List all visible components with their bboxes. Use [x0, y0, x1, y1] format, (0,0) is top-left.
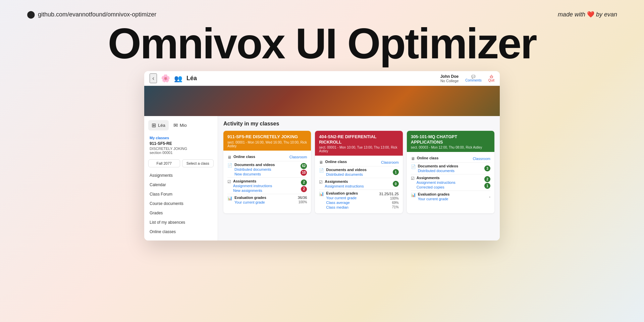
heart-icon: ❤️ [587, 11, 596, 18]
card1-new-docs-link[interactable]: New documents [234, 172, 275, 176]
card3-grade-value: - [489, 195, 490, 199]
card2-classroom-link[interactable]: Classroom [381, 160, 399, 164]
activity-area: Activity in my classes 911-SF5-RE DISCRE… [218, 116, 500, 240]
github-link[interactable]: ⬤ github.com/evannotfound/omnivox-optimi… [27, 10, 156, 19]
card2-class-avg-link[interactable]: Class average [326, 201, 358, 205]
card2-distributed-docs-link[interactable]: Distributed documents [326, 172, 366, 176]
card3-instructions-badge: 2 [484, 176, 490, 182]
card1-grade-pct: 100% [299, 200, 307, 204]
card1-body: 🖥 Online class Classroom 📄 [223, 151, 311, 208]
card2-grade-pct: 100% [390, 197, 399, 200]
sidebar-item-grades[interactable]: Grades [144, 208, 218, 218]
card2-assignment-instructions-link[interactable]: Assignment instructions [325, 184, 364, 188]
app-window: ‹ 🌸 👥 Léa John Doe No College 💬 Comments… [144, 71, 500, 240]
card1-assignments-row: ☑ Assignments Assignment instructions Ne… [227, 178, 307, 194]
card1-course-meta: sect. 00001 - Mon 16:00, Wed 16:00, Thu … [227, 141, 307, 148]
card1-current-grade-link[interactable]: Your current grade [234, 200, 266, 204]
sidebar-tabs: ⊞ Léa ✉ Mio [144, 120, 218, 135]
chart-icon-3: 📊 [411, 193, 416, 197]
sidebar-tab-lea-label: Léa [158, 123, 165, 128]
quit-label: Quit [488, 78, 494, 82]
mail-icon: ✉ [173, 122, 178, 128]
card3-online-row: 🖥 Online class Classroom [411, 155, 490, 163]
card2-current-grade-link[interactable]: Your current grade [326, 196, 358, 200]
page-background: ⬤ github.com/evannotfound/omnivox-optimi… [0, 0, 644, 322]
card3-grades-label: Evaluation grades [418, 192, 450, 196]
sidebar-tab-mio[interactable]: ✉ Mio [170, 120, 190, 130]
nav-back-button[interactable]: ‹ [150, 73, 157, 83]
card-header-2: 404-SN2-RE DIFFERENTIAL RICKROLL sect. 0… [315, 131, 402, 156]
sidebar-item-calendar[interactable]: Calendar [144, 180, 218, 190]
card3-body: 🖥 Online class Classroom 📄 [407, 152, 494, 205]
class-card-1: 911-SF5-RE DISCRETELY JOKING sect. 00001… [223, 131, 311, 213]
class-card-3: 305-101-MQ CHATGPT APPLICATIONS sect. 00… [407, 131, 494, 213]
card-header-3: 305-101-MQ CHATGPT APPLICATIONS sect. 00… [407, 131, 494, 152]
card2-class-median-link[interactable]: Class median [326, 205, 358, 209]
card3-assignments-row: ☑ Assignments Assignment instructions Co… [411, 174, 490, 191]
card3-corrected-copies-link[interactable]: Corrected copies [417, 185, 455, 189]
monitor-icon-3: 🖥 [411, 156, 415, 161]
sidebar-select-row: Fall 2077 Select a class [144, 157, 218, 171]
nav-app-name: Léa [186, 75, 197, 82]
sidebar-item-assignments[interactable]: Assignments [144, 171, 218, 180]
card1-new-assignments-link[interactable]: New assignments [233, 189, 272, 193]
card1-instructions-badge: 2 [301, 179, 307, 185]
sidebar-class-subtitle: DISCRETELY JOKING section 00001 [144, 147, 218, 157]
made-by-text: made with ❤️ by evan [558, 11, 617, 18]
checkbox-icon-2: ☑ [319, 180, 323, 184]
main-content: ⊞ Léa ✉ Mio My classes 911-SF5-RE DISCRE… [144, 116, 500, 240]
class-card-2: 404-SN2-RE DIFFERENTIAL RICKROLL sect. 0… [315, 131, 402, 213]
select-class-button[interactable]: Select a class [182, 159, 214, 167]
nav-user-name: John Doe [440, 74, 459, 79]
card1-classroom-link[interactable]: Classroom [289, 155, 307, 159]
card3-classroom-link[interactable]: Classroom [473, 157, 490, 161]
github-icon: ⬤ [27, 10, 35, 19]
comments-label: Comments [465, 78, 481, 82]
nav-quit-button[interactable]: ⏻ Quit [488, 75, 494, 82]
card1-grades-label: Evaluation grades [234, 196, 266, 200]
card3-online-label: Online class [417, 156, 439, 160]
card2-docs-row: 📄 Documents and videos Distributed docum… [319, 166, 398, 178]
card1-new-assign-badge: 2 [301, 186, 307, 192]
nav-comments-button[interactable]: 💬 Comments [465, 75, 481, 82]
card2-class-median-value: 71% [392, 205, 399, 209]
card3-distributed-docs-link[interactable]: Distributed documents [418, 169, 458, 173]
card3-assignments-label: Assignments [417, 176, 455, 180]
card1-distributed-docs-link[interactable]: Distributed documents [234, 167, 275, 171]
monitor-icon: 🖥 [227, 155, 231, 160]
card2-instructions-badge: 0 [393, 181, 399, 187]
sidebar-item-course-docs[interactable]: Course documents [144, 199, 218, 208]
card1-course-name: 911-SF5-RE DISCRETELY JOKING [227, 134, 307, 140]
card3-docs-row: 📄 Documents and videos Distributed docum… [411, 163, 490, 174]
chart-icon: 📊 [227, 196, 232, 201]
card2-course-meta: sect. 00001 - Mon 10:00, Tue 13:00, Thu … [319, 146, 398, 153]
sidebar-tab-lea[interactable]: ⊞ Léa [148, 120, 169, 130]
docs-icon-3: 📄 [411, 164, 416, 169]
card3-current-grade-link[interactable]: Your current grade [418, 197, 450, 201]
card3-docs-label: Documents and videos [418, 164, 458, 168]
card2-grades-label: Evaluation grades [326, 191, 358, 195]
semester-selector[interactable]: Fall 2077 [148, 159, 180, 167]
docs-icon: 📄 [227, 163, 232, 168]
sidebar-item-absences[interactable]: List of my absences [144, 218, 218, 227]
nav-user-info: John Doe No College [440, 74, 459, 83]
card3-distributed-badge: 3 [484, 165, 490, 171]
card3-grades-row: 📊 Evaluation grades Your current grade - [411, 191, 490, 202]
card1-online-row: 🖥 Online class Classroom [227, 153, 307, 161]
meta-bar: ⬤ github.com/evannotfound/omnivox-optimi… [0, 0, 644, 19]
card1-online-label: Online class [233, 155, 255, 159]
nav-user-college: No College [440, 79, 459, 83]
card1-docs-label: Documents and videos [234, 163, 275, 167]
banner-image [144, 86, 500, 116]
checkbox-icon-3: ☑ [411, 176, 415, 181]
card1-docs-row: 📄 Documents and videos Distributed docum… [227, 161, 307, 178]
card1-grades-row: 📊 Evaluation grades Your current grade 3… [227, 194, 307, 206]
sidebar-item-online-classes[interactable]: Online classes [144, 227, 218, 236]
card1-assignment-instructions-link[interactable]: Assignment instructions [233, 184, 272, 188]
card2-assignments-row: ☑ Assignments Assignment instructions 0 [319, 178, 398, 190]
sidebar: ⊞ Léa ✉ Mio My classes 911-SF5-RE DISCRE… [144, 116, 218, 240]
sidebar-item-forum[interactable]: Class Forum [144, 190, 218, 199]
card2-online-label: Online class [325, 160, 347, 164]
sidebar-section-label: My classes [144, 135, 218, 141]
card3-assignment-instructions-link[interactable]: Assignment instructions [417, 180, 455, 184]
